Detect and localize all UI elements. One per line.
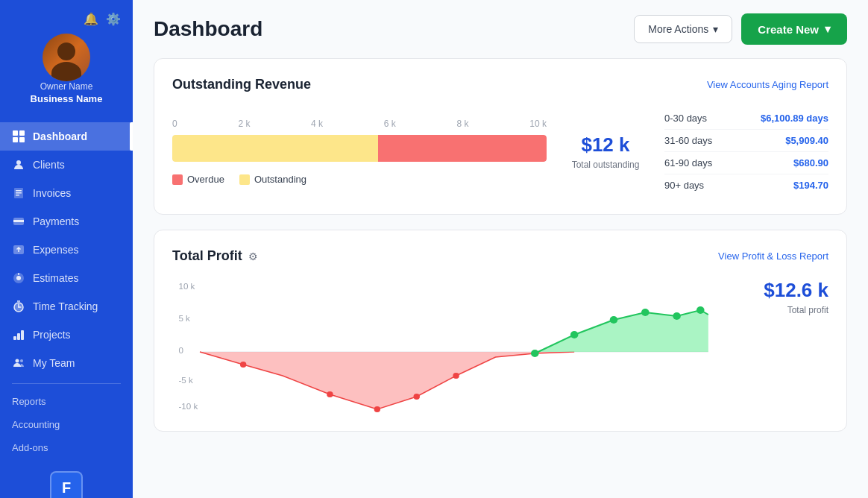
breakdown-value-61-90: $680.90 xyxy=(793,157,828,168)
estimates-icon xyxy=(12,271,25,285)
chart-legend: Overdue Outstanding xyxy=(172,174,547,185)
freshbooks-logo: F xyxy=(50,471,83,498)
clients-icon xyxy=(12,158,25,171)
filter-icon[interactable]: ⚙ xyxy=(248,250,258,262)
more-actions-chevron-icon: ▾ xyxy=(713,23,718,35)
sidebar-item-time-tracking[interactable]: Time Tracking xyxy=(0,292,133,321)
svg-rect-1 xyxy=(19,130,25,136)
sidebar-item-clients[interactable]: Clients xyxy=(0,151,133,179)
avatar xyxy=(43,34,90,81)
profit-summary: $12.6 k Total profit xyxy=(739,279,828,315)
bar-overdue xyxy=(378,135,547,162)
view-profit-loss-link[interactable]: View Profit & Loss Report xyxy=(718,250,828,262)
svg-point-41 xyxy=(374,406,380,412)
total-profit-header: Total Profit ⚙ View Profit & Loss Report xyxy=(172,248,828,264)
outstanding-label: Outstanding xyxy=(254,174,306,185)
business-name: Business Name xyxy=(31,93,103,104)
total-profit-card: Total Profit ⚙ View Profit & Loss Report… xyxy=(154,230,847,432)
breakdown-label-31-60: 31-60 days xyxy=(664,135,712,146)
sidebar-item-accounting[interactable]: Accounting xyxy=(0,413,133,436)
svg-point-13 xyxy=(16,276,21,280)
sidebar-item-reports[interactable]: Reports xyxy=(0,390,133,413)
sidebar-item-estimates[interactable]: Estimates xyxy=(0,264,133,292)
svg-point-24 xyxy=(20,359,23,362)
svg-text:-10 k: -10 k xyxy=(178,402,198,411)
sidebar-item-dashboard[interactable]: Dashboard xyxy=(0,122,133,151)
view-accounts-aging-link[interactable]: View Accounts Aging Report xyxy=(707,79,828,90)
outstanding-revenue-chart-section: 0 2 k 4 k 6 k 8 k 10 k Overd xyxy=(172,107,828,196)
svg-point-40 xyxy=(327,391,333,397)
profit-chart-area: 10 k 5 k 0 -5 k -10 k xyxy=(172,279,828,413)
svg-rect-8 xyxy=(16,195,19,196)
time-tracking-label: Time Tracking xyxy=(33,300,98,312)
breakdown-label-90-plus: 90+ days xyxy=(664,180,704,191)
breakdown-label-0-30: 0-30 days xyxy=(664,113,707,124)
svg-rect-6 xyxy=(16,190,22,192)
outstanding-revenue-title: Outstanding Revenue xyxy=(172,77,311,92)
sidebar-item-invoices[interactable]: Invoices xyxy=(0,179,133,207)
profit-svg-chart: 10 k 5 k 0 -5 k -10 k xyxy=(172,279,724,413)
owner-name: Owner Name xyxy=(40,81,93,92)
bar-outstanding xyxy=(172,135,378,162)
svg-marker-31 xyxy=(200,352,574,409)
sidebar-item-projects[interactable]: Projects xyxy=(0,321,133,349)
legend-overdue: Overdue xyxy=(172,174,224,185)
settings-icon[interactable]: ⚙️ xyxy=(106,12,121,26)
expenses-icon xyxy=(12,243,25,256)
overdue-dot xyxy=(172,174,183,185)
my-team-icon xyxy=(12,356,25,370)
main-content: Dashboard More Actions ▾ Create New ▾ Ou… xyxy=(133,0,868,498)
outstanding-revenue-card: Outstanding Revenue View Accounts Aging … xyxy=(154,58,847,215)
overdue-label: Overdue xyxy=(187,174,224,185)
svg-point-34 xyxy=(570,331,579,338)
svg-point-4 xyxy=(16,160,21,165)
outstanding-dot xyxy=(239,174,250,185)
dashboard-icon xyxy=(12,130,25,143)
invoices-label: Invoices xyxy=(33,187,71,199)
chart-axis: 0 2 k 4 k 6 k 8 k 10 k xyxy=(172,119,547,129)
svg-text:-5 k: -5 k xyxy=(178,376,193,385)
profit-total-label: Total profit xyxy=(739,305,828,315)
sidebar-nav: Dashboard Clients Invoices xyxy=(0,122,133,459)
revenue-summary: $12 k Total outstanding xyxy=(564,133,647,170)
sidebar: 🔔 ⚙️ Owner Name Business Name Dashboard xyxy=(0,0,133,498)
payments-icon xyxy=(12,215,25,228)
accounting-label: Accounting xyxy=(12,419,60,430)
stacked-bar-chart xyxy=(172,135,547,162)
sidebar-top-icons: 🔔 ⚙️ xyxy=(0,12,133,26)
svg-point-35 xyxy=(610,316,618,324)
svg-point-37 xyxy=(673,312,681,320)
breakdown-row-0-30: 0-30 days $6,100.89 days xyxy=(664,107,828,130)
svg-rect-0 xyxy=(13,130,18,136)
create-new-label: Create New xyxy=(758,23,819,36)
more-actions-button[interactable]: More Actions ▾ xyxy=(634,15,732,43)
content-area: Outstanding Revenue View Accounts Aging … xyxy=(133,58,868,498)
svg-point-43 xyxy=(453,373,459,379)
create-new-button[interactable]: Create New ▾ xyxy=(741,13,847,45)
expenses-label: Expenses xyxy=(33,244,78,256)
svg-marker-32 xyxy=(535,310,708,353)
svg-rect-22 xyxy=(21,330,24,340)
profit-total-amount: $12.6 k xyxy=(739,279,828,302)
svg-point-36 xyxy=(641,309,650,316)
sidebar-item-payments[interactable]: Payments xyxy=(0,207,133,236)
profit-graph: 10 k 5 k 0 -5 k -10 k xyxy=(172,279,724,413)
sidebar-item-expenses[interactable]: Expenses xyxy=(0,236,133,264)
svg-point-33 xyxy=(531,350,539,357)
user-profile-area: Owner Name Business Name xyxy=(0,34,133,113)
svg-rect-10 xyxy=(13,220,24,222)
svg-point-38 xyxy=(696,306,705,314)
svg-point-39 xyxy=(240,362,246,368)
my-team-label: My Team xyxy=(33,357,75,369)
nav-divider xyxy=(12,383,121,384)
estimates-label: Estimates xyxy=(33,272,78,284)
sidebar-item-add-ons[interactable]: Add-ons xyxy=(0,436,133,459)
revenue-total-amount: $12 k xyxy=(564,133,647,157)
svg-text:0: 0 xyxy=(178,346,183,355)
outstanding-revenue-header: Outstanding Revenue View Accounts Aging … xyxy=(172,77,828,92)
breakdown-value-90-plus: $194.70 xyxy=(793,180,828,191)
sidebar-item-my-team[interactable]: My Team xyxy=(0,349,133,377)
notification-icon[interactable]: 🔔 xyxy=(84,12,98,26)
header-actions: More Actions ▾ Create New ▾ xyxy=(634,13,847,45)
svg-rect-21 xyxy=(17,333,20,340)
